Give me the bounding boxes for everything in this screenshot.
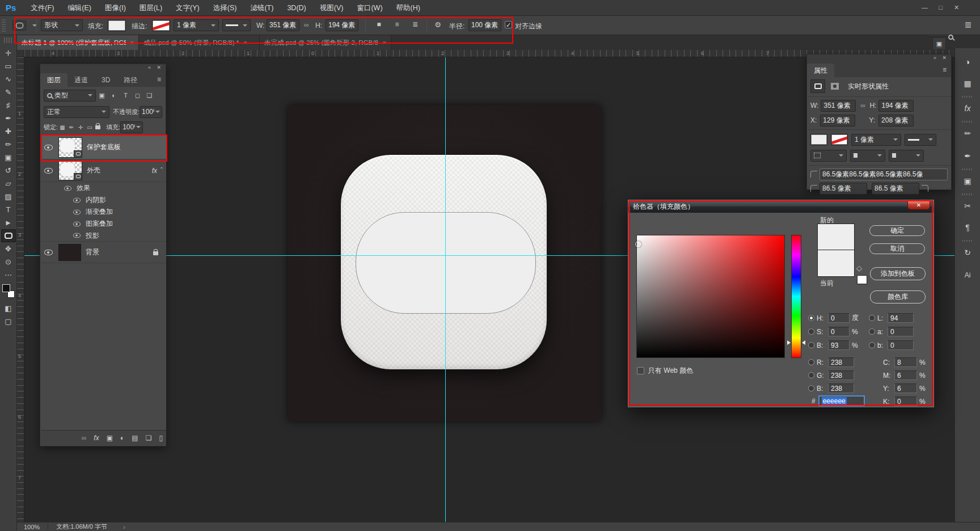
radius-tr-field[interactable]: 86.5 像素 [872,183,919,195]
collapse-effects-icon[interactable]: ˆ [160,167,163,175]
visibility-eye-icon[interactable] [73,197,81,203]
r-field[interactable]: 238 [828,357,854,367]
layer-fx-icon[interactable]: fx [152,167,157,175]
move-tool[interactable]: ✛ [1,47,16,60]
document-tab[interactable]: 成品.psd @ 50% (背景, RGB/8) *× [139,35,260,50]
brush-tool[interactable]: ✏ [1,138,16,151]
opacity-select[interactable]: 100% [140,106,162,118]
tab-close-icon[interactable]: × [243,39,247,46]
color-panel-icon[interactable]: ◑ [959,54,976,70]
hue-slider[interactable] [791,235,801,358]
tab-close-icon[interactable]: × [383,39,386,46]
stroke-corners-select[interactable] [889,150,924,162]
collapsed-panel-icon[interactable]: ▣ [932,37,946,50]
lasso-tool[interactable]: ∿ [1,73,16,86]
s-radio[interactable] [808,328,814,335]
visibility-eye-icon[interactable] [44,145,53,150]
tab-layers[interactable]: 图层 [40,73,67,87]
hex-field[interactable]: eeeeee [819,396,864,406]
tool-preset-icon[interactable] [12,20,26,31]
r-radio[interactable] [808,359,814,365]
shape-h-field[interactable]: 194 像素 [878,100,914,112]
lock-transparent-pixels-icon[interactable]: ▦ [58,124,67,130]
add-layer-mask-icon[interactable]: ▣ [107,434,113,442]
new-group-icon[interactable]: ▤ [132,434,138,442]
cancel-button[interactable]: 取消 [869,243,925,254]
menu-type[interactable]: 文字(Y) [169,0,206,16]
visibility-eye-icon[interactable] [73,209,81,214]
styles-panel-icon[interactable]: fx [959,100,976,116]
collapse-panel-icon[interactable]: « [148,65,151,70]
menu-edit[interactable]: 编辑(E) [61,0,98,16]
filter-smart-objects-icon[interactable]: ❏ [143,92,155,99]
shape-w-field[interactable]: 351 像素 [821,100,856,112]
rounded-rectangle-tool-selected[interactable] [1,229,16,242]
path-operations-icon[interactable]: ■ [373,20,385,28]
b-lab-field[interactable]: 0 [888,340,914,350]
brush-settings-panel-icon[interactable]: ✏ [959,125,976,141]
radius-field[interactable]: 100 像素 [468,19,501,31]
tab-properties[interactable]: 属性 [807,64,834,77]
b-rgb-radio[interactable] [808,385,814,391]
effects-row[interactable]: 效果 [41,182,166,194]
layer-thumbnail[interactable] [58,161,82,180]
status-chevron-icon[interactable]: › [123,524,125,530]
ai-panel-icon[interactable]: Ai [959,267,976,283]
foreground-color-swatch[interactable] [2,284,10,292]
blend-mode-select[interactable]: 正常 [44,106,109,118]
radius-tl-field[interactable]: 86.5 像素 [820,183,867,195]
lock-image-pixels-icon[interactable]: ✏ [67,124,76,130]
panel-menu-icon[interactable]: ≡ [943,66,947,74]
link-dimensions-icon[interactable]: ∞ [304,21,309,29]
screen-mode-icon[interactable]: ▢ [1,315,16,328]
menu-filter[interactable]: 滤镜(T) [243,0,280,16]
fill-opacity-select[interactable]: 100% [120,121,143,133]
link-dimensions-icon[interactable]: ∞ [856,102,869,109]
filter-type-layers-icon[interactable]: T [120,92,132,99]
hue-slider-marker-right[interactable] [802,340,805,345]
gradient-tool[interactable]: ▨ [1,190,16,203]
delete-layer-icon[interactable]: ▯ [159,434,163,442]
path-alignment-icon[interactable]: ≡ [391,20,403,28]
quick-selection-tool[interactable]: ✎ [1,86,16,99]
effect-row-inner-shadow[interactable]: 内阴影 [41,194,166,206]
tab-close-icon[interactable]: × [130,39,134,46]
layer-row-selected[interactable]: 保护套底板 [41,136,166,159]
effect-row-drop-shadow[interactable]: 投影 [41,230,166,242]
workspace-icon[interactable]: ▥ [962,20,974,28]
lock-all-icon[interactable] [95,125,100,129]
layer-style-icon[interactable]: fx [94,434,99,442]
document-tab-active[interactable]: 未标题-1 @ 100% (保护套底板, RGB/8#) *× [17,35,139,50]
s-field[interactable]: 0 [828,327,850,336]
character-panel-icon[interactable]: ✂ [959,198,976,214]
tab-3d[interactable]: 3D [95,73,117,87]
sync-panel-icon[interactable]: ↻ [959,245,976,260]
visibility-eye-icon[interactable] [44,250,53,255]
menu-file[interactable]: 文件(F) [24,0,61,16]
h-field[interactable]: 0 [828,313,850,323]
collapse-panel-icon[interactable]: « [933,55,936,61]
new-layer-icon[interactable]: ❏ [146,434,152,442]
layer-name[interactable]: 背景 [86,247,99,257]
visibility-eye-icon[interactable] [73,221,81,226]
close-panel-icon[interactable]: ✕ [157,65,161,70]
live-shape-icon[interactable] [810,79,825,93]
foreground-background-swatches[interactable] [2,284,15,298]
hue-slider-marker-left[interactable] [787,340,791,345]
k-field[interactable]: 0 [894,397,917,406]
layer-name[interactable]: 外壳 [87,166,100,175]
color-field[interactable] [636,235,785,358]
paragraph-panel-icon[interactable]: ¶ [959,220,976,235]
link-layers-icon[interactable]: ∞ [82,434,87,442]
menu-layer[interactable]: 图层(L) [133,0,169,16]
stroke-type-select[interactable] [905,134,936,146]
shape-height-field[interactable]: 194 像素 [326,19,358,31]
close-icon[interactable]: ✕ [949,2,964,14]
visibility-eye-icon[interactable] [44,168,53,174]
align-edges-checkbox[interactable]: ✓ [505,21,512,28]
eraser-tool[interactable]: ▱ [1,177,16,190]
shape-x-field[interactable]: 129 像素 [820,115,855,127]
b-lab-radio[interactable] [869,342,875,348]
shape-width-field[interactable]: 351 像素 [267,19,299,31]
dialog-title-bar[interactable]: 拾色器（填充颜色） ✕ [628,200,933,213]
